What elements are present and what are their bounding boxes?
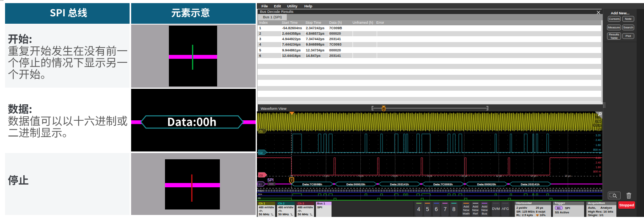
svg-text:12 µs: 12 µs bbox=[496, 174, 502, 178]
svg-text:Data:000020h: Data:000020h bbox=[346, 183, 365, 186]
svg-text:B1: B1 bbox=[259, 183, 262, 186]
svg-text:4 µs: 4 µs bbox=[358, 174, 363, 178]
svg-text:C3: C3 bbox=[260, 174, 263, 177]
svg-text:2.40: 2.40 bbox=[595, 139, 601, 141]
svg-text:Data:7C0093h: Data:7C0093h bbox=[433, 183, 453, 186]
svg-text:2 µs: 2 µs bbox=[324, 174, 329, 178]
svg-text:800 m: 800 m bbox=[593, 170, 601, 173]
svg-text:0 s: 0 s bbox=[290, 174, 293, 177]
svg-text:SPI: SPI bbox=[267, 178, 274, 182]
svg-text:16 µs: 16 µs bbox=[565, 174, 571, 178]
svg-text:800 m: 800 m bbox=[593, 148, 601, 151]
svg-text:0: 0 bbox=[599, 128, 601, 131]
svg-text:1.60: 1.60 bbox=[595, 166, 601, 169]
svg-text:SCLK: SCLK bbox=[258, 190, 263, 192]
svg-text:Data:203141h: Data:203141h bbox=[521, 183, 540, 186]
svg-text:0: 0 bbox=[599, 174, 601, 176]
svg-text:10 µs: 10 µs bbox=[461, 174, 468, 178]
svg-text:U: U bbox=[537, 214, 538, 216]
svg-text:0: 0 bbox=[599, 151, 601, 154]
svg-text:SS: SS bbox=[258, 197, 261, 199]
svg-text:Data:000020h: Data:000020h bbox=[477, 183, 496, 186]
svg-text:1.60: 1.60 bbox=[595, 144, 601, 146]
svg-text:SDA: SDA bbox=[258, 193, 262, 195]
svg-text:14 µs: 14 µs bbox=[530, 174, 537, 178]
svg-text:Data:203141h: Data:203141h bbox=[390, 183, 409, 186]
svg-text:C1: C1 bbox=[260, 130, 263, 133]
svg-text:6 µs: 6 µs bbox=[393, 174, 398, 178]
svg-text:T: T bbox=[291, 179, 293, 183]
svg-text:C2: C2 bbox=[260, 151, 263, 154]
svg-text:2.40: 2.40 bbox=[595, 161, 601, 164]
svg-text:Data:7C009Bh: Data:7C009Bh bbox=[302, 183, 322, 186]
svg-text:920 m: 920 m bbox=[593, 124, 601, 127]
svg-text:3.20: 3.20 bbox=[595, 157, 601, 159]
svg-text:3.20: 3.20 bbox=[595, 134, 601, 137]
svg-text:1.84: 1.84 bbox=[595, 120, 601, 123]
svg-text:8 µs: 8 µs bbox=[427, 174, 432, 178]
svg-text:U: U bbox=[383, 108, 385, 111]
